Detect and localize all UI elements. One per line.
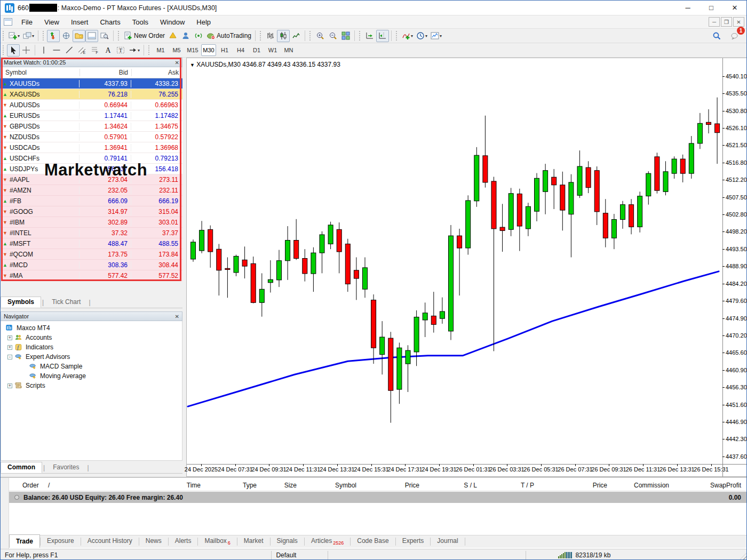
terminal-tab-account-history[interactable]: Account History [81, 535, 139, 548]
maximize-icon[interactable]: □ [700, 1, 723, 15]
orders-column-swap[interactable]: Swap [710, 482, 726, 489]
market-watch-row[interactable]: ▼GBPUSDs1.346241.34675 [1, 121, 182, 132]
orders-column-commission[interactable]: Commission [634, 482, 669, 489]
market-watch-row[interactable]: ▼USDCADs1.369411.36968 [1, 142, 182, 153]
close-icon[interactable]: ✕ [723, 1, 746, 15]
tab-favorites[interactable]: Favorites [46, 462, 86, 473]
notification-button[interactable]: 1 [728, 30, 741, 42]
terminal-tab-experts[interactable]: Experts [396, 535, 431, 548]
bar-chart-button[interactable] [264, 30, 277, 42]
profiles-button[interactable]: ▾ [21, 30, 36, 42]
terminal-tab-mailbox[interactable]: Mailbox6 [198, 535, 236, 548]
timeframe-w1[interactable]: W1 [265, 44, 280, 56]
orders-column-profit[interactable]: Profit [726, 482, 741, 489]
orders-column-type[interactable]: Type [243, 482, 257, 489]
text-button[interactable]: A [101, 44, 114, 57]
expand-icon[interactable]: + [7, 335, 12, 340]
line-chart-button[interactable] [290, 30, 303, 42]
tree-item-indicators[interactable]: +fIndicators [1, 342, 182, 352]
tab-common[interactable]: Common [1, 462, 42, 473]
terminal-tab-trade[interactable]: Trade [9, 534, 40, 548]
orders-column-sl[interactable]: S / L [464, 482, 477, 489]
strategy-tester-button[interactable] [98, 30, 111, 42]
templates-button[interactable]: ▾ [429, 30, 443, 42]
periods-button[interactable]: ▾ [415, 30, 429, 42]
market-watch-row[interactable]: ▲XAGUSDs76.21876.255 [1, 89, 182, 100]
orders-column-time[interactable]: Time [187, 482, 201, 489]
market-watch-row[interactable]: ▲#MCD308.36308.44 [1, 260, 182, 270]
market-watch-row[interactable]: ▼#MA577.42577.52 [1, 270, 182, 281]
vertical-line-button[interactable] [37, 44, 50, 57]
channel-button[interactable]: E [76, 44, 89, 57]
navigator-close-icon[interactable]: ✕ [175, 314, 179, 319]
menu-file[interactable]: File [15, 15, 38, 28]
column-ask[interactable]: Ask [131, 69, 182, 76]
terminal-tab-articles[interactable]: Articles2526 [305, 535, 350, 548]
search-button[interactable] [710, 30, 723, 42]
tree-item-maxco-mt4[interactable]: Maxco MT4 [1, 323, 182, 333]
new-chart-button[interactable]: ▾ [7, 30, 21, 42]
zoom-out-button[interactable] [327, 30, 339, 42]
orders-column-price[interactable]: Price [405, 482, 419, 489]
column-bid[interactable]: Bid [80, 69, 131, 76]
tree-item-moving-average[interactable]: Moving Average [1, 371, 182, 381]
chart-shift-button[interactable] [376, 30, 389, 42]
orders-column-tp[interactable]: T / P [521, 482, 534, 489]
market-watch-row[interactable]: ▲#FB666.09666.19 [1, 196, 182, 206]
collapse-icon[interactable]: - [7, 355, 12, 359]
orders-column-order[interactable]: Order [22, 482, 39, 489]
market-watch-row[interactable]: ▼#GOOG314.97315.04 [1, 206, 182, 217]
chart-window[interactable]: ▼ XAUUSDs,M30 4346.87 4349.43 4336.15 43… [186, 58, 747, 477]
auto-scroll-button[interactable] [363, 30, 376, 42]
autotrading-button[interactable]: AutoTrading [205, 30, 253, 42]
status-profile[interactable]: Default [272, 551, 328, 559]
market-watch-row[interactable]: ▼#AAPL273.04273.11 [1, 174, 182, 185]
tree-item-scripts[interactable]: +Scripts [1, 381, 182, 390]
resize-grip[interactable] [740, 553, 747, 560]
candlestick-chart[interactable] [187, 58, 747, 477]
timeframe-m1[interactable]: M1 [153, 44, 168, 56]
tile-windows-button[interactable] [339, 30, 352, 42]
menu-window[interactable]: Window [154, 15, 190, 28]
market-watch-row[interactable]: ▲XAUUSDs4337.934338.23 [1, 78, 182, 89]
market-watch-row[interactable]: ▼#QCOM173.75173.84 [1, 249, 182, 260]
market-watch-row[interactable]: ▼AUDUSDs0.669440.66963 [1, 100, 182, 110]
tree-item-accounts[interactable]: +Accounts [1, 333, 182, 342]
data-window-button[interactable] [60, 30, 73, 42]
terminal-tab-alerts[interactable]: Alerts [169, 535, 198, 548]
timeframe-d1[interactable]: D1 [249, 44, 264, 56]
signals-button[interactable] [192, 30, 205, 42]
market-watch-row[interactable]: ▲USDJPYs156.337156.418 [1, 164, 182, 174]
trendline-button[interactable] [63, 44, 76, 57]
tab-symbols[interactable]: Symbols [1, 297, 41, 308]
orders-column-size[interactable]: Size [284, 482, 297, 489]
timeframe-mn[interactable]: MN [281, 44, 296, 56]
menu-insert[interactable]: Insert [65, 15, 94, 28]
expand-icon[interactable]: + [7, 383, 12, 388]
label-button[interactable]: T [114, 44, 127, 57]
expand-icon[interactable]: + [7, 345, 12, 350]
market-watch-row[interactable]: ▼#AMZN232.05232.11 [1, 185, 182, 196]
menu-view[interactable]: View [38, 15, 65, 28]
navigator-button[interactable] [73, 30, 85, 42]
minimize-icon[interactable]: ─ [676, 1, 700, 15]
terminal-tab-journal[interactable]: Journal [431, 535, 464, 548]
candlestick-button[interactable] [277, 30, 290, 42]
market-watch-close-icon[interactable]: ✕ [175, 60, 179, 66]
terminal-button[interactable] [85, 30, 98, 42]
market-watch-row[interactable]: ▲#MSFT488.47488.55 [1, 238, 182, 249]
timeframe-h4[interactable]: H4 [233, 44, 248, 56]
cursor-button[interactable] [7, 44, 20, 57]
tree-item-macd-sample[interactable]: MACD Sample [1, 362, 182, 371]
terminal-tab-signals[interactable]: Signals [271, 535, 304, 548]
new-order-button[interactable]: New Order [122, 30, 166, 42]
child-minimize-icon[interactable]: ─ [709, 17, 720, 27]
timeframe-m30[interactable]: M30 [201, 44, 216, 56]
fibonacci-button[interactable]: F [89, 44, 101, 57]
market-watch-row[interactable]: ▼NZDUSDs0.579010.57922 [1, 132, 182, 142]
child-close-icon[interactable]: ✕ [733, 17, 744, 27]
terminal-tab-code-base[interactable]: Code Base [351, 535, 395, 548]
terminal-tab-exposure[interactable]: Exposure [41, 535, 81, 548]
community-button[interactable] [179, 30, 192, 42]
market-watch-row[interactable]: ▼#IBM302.89303.01 [1, 217, 182, 228]
